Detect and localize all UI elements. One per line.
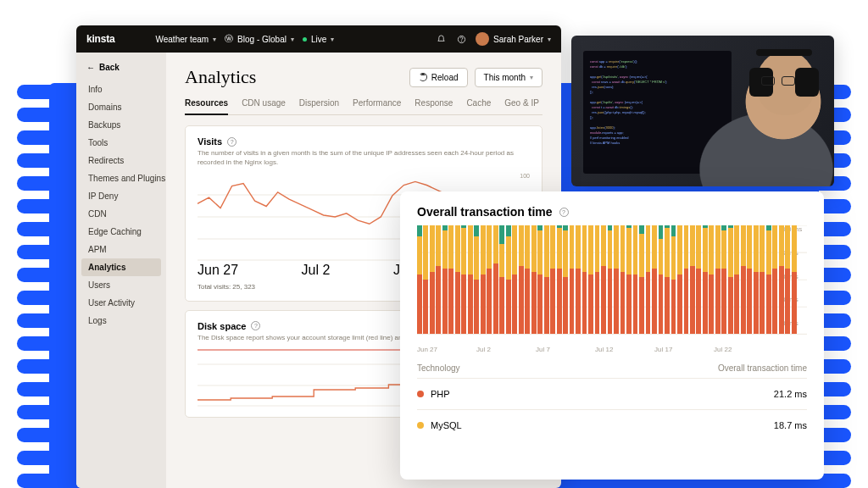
tab-performance[interactable]: Performance [353,98,401,114]
svg-rect-168 [659,239,664,274]
svg-rect-72 [506,236,511,280]
back-button[interactable]: ← Back [81,59,161,75]
svg-rect-151 [633,274,638,335]
period-label: This month [484,73,526,82]
help-icon[interactable]: ? [559,208,569,217]
sidebar-item-tools[interactable]: Tools [81,134,161,152]
svg-rect-128 [595,225,600,272]
sidebar-item-users[interactable]: Users [81,276,161,294]
svg-rect-120 [582,225,587,272]
svg-rect-184 [684,225,689,269]
svg-rect-76 [512,225,517,274]
sidebar-item-edge-caching[interactable]: Edge Caching [81,223,161,241]
sidebar-item-apm[interactable]: APM [81,241,161,258]
team-switcher[interactable]: Weather team ▾ [155,35,216,44]
svg-rect-53 [474,225,479,236]
svg-rect-187 [690,266,695,334]
notifications-icon[interactable] [435,33,447,45]
svg-rect-124 [588,225,593,274]
svg-rect-248 [785,225,790,269]
sidebar-item-analytics[interactable]: Analytics [81,258,161,276]
chevron-down-icon: ▾ [530,74,533,81]
tab-dispersion[interactable]: Dispersion [299,98,339,114]
wordpress-icon: ⓦ [225,33,233,45]
svg-rect-69 [499,225,504,244]
sidebar-item-user-activity[interactable]: User Activity [81,294,161,312]
svg-rect-56 [481,225,486,274]
arrow-left-icon: ← [86,63,95,72]
svg-rect-192 [696,225,701,269]
svg-rect-44 [461,228,466,274]
svg-rect-247 [785,269,790,334]
user-menu[interactable]: Sarah Parker ▾ [476,32,551,46]
svg-rect-35 [448,269,453,334]
sidebar-item-ip-deny[interactable]: IP Deny [81,187,161,205]
team-name: Weather team [155,35,209,44]
sidebar-item-domains[interactable]: Domains [81,98,161,116]
tab-response[interactable]: Response [415,98,453,114]
svg-rect-157 [639,225,644,234]
svg-rect-251 [792,272,797,335]
tech-value: 21.2 ms [774,389,807,399]
visits-description: The number of visits in a given month is… [198,149,530,168]
svg-rect-227 [754,272,759,335]
svg-rect-139 [614,269,619,334]
reload-button[interactable]: Reload [409,68,468,87]
help-icon[interactable]: ? [227,137,236,147]
environment-switcher[interactable]: Live ▾ [303,35,334,44]
svg-rect-132 [601,225,606,266]
env-label: Live [311,35,326,44]
svg-rect-172 [665,228,670,277]
svg-rect-119 [582,272,587,335]
svg-rect-71 [506,280,511,334]
tab-cache[interactable]: Cache [466,98,491,114]
tab-resources[interactable]: Resources [185,98,228,115]
sidebar-item-info[interactable]: Info [81,80,161,98]
svg-rect-20 [423,225,428,280]
svg-rect-163 [652,269,657,334]
page-title: Analytics [185,66,256,88]
svg-rect-39 [455,272,460,335]
svg-rect-55 [481,274,486,335]
svg-rect-17 [417,225,422,236]
svg-rect-167 [659,274,664,335]
tab-cdn-usage[interactable]: CDN usage [242,98,286,114]
tech-label: MySQL [431,420,462,430]
svg-rect-93 [537,225,542,230]
svg-rect-211 [728,277,733,334]
svg-rect-244 [779,225,784,266]
help-icon[interactable] [455,33,467,45]
sidebar-item-backups[interactable]: Backups [81,116,161,134]
tabs: ResourcesCDN usageDispersionPerformanceR… [185,98,542,115]
site-switcher[interactable]: ⓦ Blog - Global ▾ [225,33,294,45]
svg-rect-208 [721,230,726,269]
visits-title: Visits [198,136,222,147]
disk-title: Disk space [198,321,246,331]
svg-rect-83 [525,269,530,334]
reload-icon [419,73,427,81]
tx-title: Overall transaction time [417,205,553,219]
sidebar-item-cdn[interactable]: CDN [81,205,161,223]
svg-rect-155 [639,277,644,334]
transaction-time-card: Overall transaction time ? 100 ms90 ms80… [400,191,824,480]
svg-rect-104 [557,228,562,269]
sidebar-item-logs[interactable]: Logs [81,312,161,330]
help-icon[interactable]: ? [251,321,260,330]
svg-rect-177 [671,225,676,236]
series-dot-icon [417,391,424,397]
svg-rect-140 [614,225,619,269]
svg-rect-51 [474,280,479,334]
svg-rect-36 [448,225,453,269]
svg-rect-33 [442,225,448,230]
svg-rect-115 [576,269,581,334]
svg-rect-175 [671,280,676,334]
period-select[interactable]: This month ▾ [475,68,542,87]
tab-geo-ip[interactable]: Geo & IP [504,98,539,114]
sidebar-item-redirects[interactable]: Redirects [81,152,161,169]
svg-rect-137 [608,225,613,230]
svg-rect-171 [665,277,670,334]
svg-rect-52 [474,236,479,280]
svg-rect-164 [652,225,657,269]
chevron-down-icon: ▾ [548,36,551,43]
sidebar-item-themes-and-plugins[interactable]: Themes and Plugins [81,169,161,187]
